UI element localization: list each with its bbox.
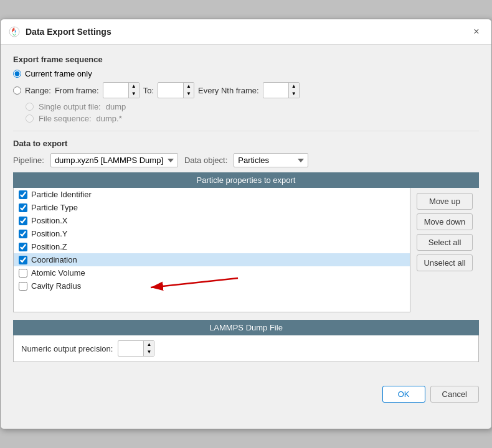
list-item[interactable]: Position.Z (14, 240, 410, 253)
range-radio[interactable] (13, 86, 21, 95)
title-bar-left: Data Export Settings (8, 26, 111, 38)
list-item[interactable]: Atomic Volume (14, 266, 410, 279)
pipeline-row: Pipeline: dump.xyzn5 [LAMMPS Dump] Data … (13, 153, 479, 167)
precision-down-btn[interactable]: ▼ (144, 348, 154, 356)
to-down-btn[interactable]: ▼ (184, 90, 194, 98)
file-sequence-value: dump.* (97, 114, 122, 123)
property-label: Position.X (31, 216, 68, 225)
property-checkbox[interactable] (19, 282, 27, 291)
dialog-title: Data Export Settings (26, 27, 111, 37)
move-up-button[interactable]: Move up (417, 193, 473, 210)
property-label: Particle Identifier (31, 190, 92, 199)
list-item[interactable]: Particle Identifier (14, 188, 410, 201)
dialog-content: Export frame sequence Current frame only… (1, 45, 491, 380)
to-up-btn[interactable]: ▲ (184, 83, 194, 90)
property-checkbox[interactable] (19, 217, 27, 225)
property-checkbox[interactable] (19, 256, 27, 264)
property-label: Coordination (31, 255, 77, 264)
from-spinner: 0 ▲ ▼ (103, 82, 140, 98)
precision-up-btn[interactable]: ▲ (144, 341, 154, 348)
property-label: Particle Type (31, 203, 78, 212)
cancel-button[interactable]: Cancel (430, 386, 479, 403)
precision-input[interactable]: 10 (118, 343, 143, 355)
bottom-buttons: OK Cancel (1, 380, 491, 413)
list-item[interactable]: Particle Type (14, 201, 410, 214)
precision-label: Numeric output precision: (21, 344, 113, 353)
app-icon (8, 26, 21, 38)
list-item[interactable]: Position.Y (14, 227, 410, 240)
every-label: Every Nth frame: (198, 86, 259, 95)
from-label: From frame: (55, 86, 99, 95)
dialog: Data Export Settings × Export frame sequ… (0, 19, 492, 429)
file-sequence-row: File sequence: dump.* (13, 114, 479, 123)
unselect-all-button[interactable]: Unselect all (417, 254, 473, 271)
properties-list[interactable]: Particle IdentifierParticle TypePosition… (13, 188, 410, 312)
current-frame-radio[interactable] (13, 70, 21, 78)
property-label: Cavity Radius (31, 281, 81, 291)
property-checkbox[interactable] (19, 243, 27, 251)
property-checkbox[interactable] (19, 190, 27, 199)
lammps-section: LAMMPS Dump File Numeric output precisio… (13, 320, 479, 362)
lammps-body: Numeric output precision: 10 ▲ ▼ (13, 335, 479, 362)
single-output-radio[interactable] (26, 103, 34, 111)
precision-spinner: 10 ▲ ▼ (118, 340, 154, 357)
to-spinner: 25 ▲ ▼ (158, 82, 194, 98)
single-output-value: dump (106, 102, 126, 111)
properties-header: Particle properties to export (13, 172, 479, 188)
property-checkbox[interactable] (19, 269, 27, 278)
range-label: Range: (25, 86, 51, 95)
property-label: Position.Y (31, 229, 68, 238)
every-input[interactable]: 1 (263, 85, 288, 96)
property-label: Position.Z (31, 242, 67, 251)
range-row: Range: From frame: 0 ▲ ▼ To: 25 ▲ ▼ Ever… (13, 82, 479, 98)
every-spinner: 1 ▲ ▼ (263, 82, 300, 98)
to-input[interactable]: 25 (158, 85, 183, 96)
ok-button[interactable]: OK (382, 386, 425, 403)
list-item[interactable]: Position.X (14, 214, 410, 227)
lammps-header: LAMMPS Dump File (13, 320, 479, 335)
file-sequence-radio[interactable] (26, 114, 34, 123)
from-down-btn[interactable]: ▼ (129, 90, 139, 98)
single-output-label: Single output file: (39, 102, 101, 111)
every-down-btn[interactable]: ▼ (289, 90, 299, 98)
current-frame-label: Current frame only (25, 69, 92, 78)
every-up-btn[interactable]: ▲ (289, 83, 299, 90)
move-down-button[interactable]: Move down (417, 213, 473, 230)
close-button[interactable]: × (469, 24, 484, 39)
single-output-row: Single output file: dump (13, 102, 479, 111)
pipeline-select[interactable]: dump.xyzn5 [LAMMPS Dump] (50, 153, 178, 167)
pipeline-label: Pipeline: (13, 156, 44, 165)
export-section-label: Export frame sequence (13, 55, 479, 64)
file-sequence-label: File sequence: (39, 114, 92, 123)
properties-buttons: Move up Move down Select all Unselect al… (410, 188, 479, 312)
property-checkbox[interactable] (19, 230, 27, 238)
to-label: To: (143, 86, 154, 95)
list-item[interactable]: Coordination (14, 253, 410, 266)
property-label: Atomic Volume (31, 268, 85, 278)
current-frame-row: Current frame only (13, 69, 479, 78)
list-item[interactable]: Cavity Radius (14, 279, 410, 292)
properties-body: Particle IdentifierParticle TypePosition… (13, 188, 479, 312)
property-checkbox[interactable] (19, 203, 27, 212)
data-object-label: Data object: (184, 156, 227, 165)
properties-section: Particle properties to export Particle I… (13, 172, 479, 312)
title-bar: Data Export Settings × (1, 19, 491, 45)
from-input[interactable]: 0 (103, 85, 128, 96)
data-object-select[interactable]: Particles (234, 153, 308, 167)
divider-1 (13, 131, 479, 131)
data-export-label: Data to export (13, 139, 479, 148)
select-all-button[interactable]: Select all (417, 234, 473, 251)
from-up-btn[interactable]: ▲ (129, 83, 139, 90)
